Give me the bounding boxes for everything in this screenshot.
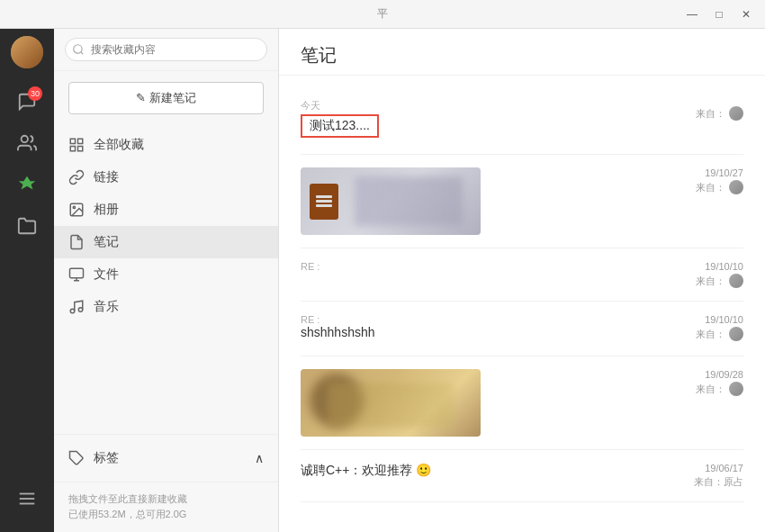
note-item-4[interactable]: RE : shshhhshshh 19/10/10 来自： — [301, 302, 743, 356]
note-date-3: 19/10/10 — [696, 261, 743, 272]
left-panel: ✎ 新建笔记 全部收藏 链接 — [54, 29, 279, 532]
nav-label-all: 全部收藏 — [94, 137, 144, 153]
title-bar-text: 平 — [377, 6, 388, 22]
search-input[interactable] — [65, 38, 267, 61]
chat-badge: 30 — [28, 86, 42, 101]
note-meta-3: 19/10/10 来自： — [696, 261, 743, 288]
svg-point-4 — [74, 45, 82, 53]
source-avatar-3 — [729, 274, 743, 288]
icon-sidebar: 30 — [0, 29, 54, 532]
note-item-2[interactable]: 19/10/27 来自： — [301, 155, 743, 248]
app-body: 30 — [0, 29, 765, 532]
note-source-4: 来自： — [696, 327, 743, 341]
nav-item-links[interactable]: 链接 — [54, 161, 278, 194]
note-content-1: 今天 测试123.... — [301, 88, 681, 141]
tags-header[interactable]: 标签 ∧ — [54, 442, 278, 474]
nav-item-all[interactable]: 全部收藏 — [54, 129, 278, 161]
search-bar — [54, 29, 278, 71]
sidebar-icon-chat[interactable]: 30 — [8, 83, 46, 121]
svg-rect-8 — [78, 147, 83, 151]
note-source-2: 来自： — [696, 180, 743, 194]
svg-line-5 — [81, 52, 84, 55]
search-icon — [72, 43, 85, 56]
note-content-3: RE : — [301, 261, 681, 272]
note-meta-4: 19/10/10 来自： — [696, 314, 743, 341]
nav-label-notes: 笔记 — [94, 234, 119, 250]
zip-lines — [316, 194, 332, 209]
re-label-3: RE : — [301, 261, 681, 272]
note-item-6[interactable]: 诚聘C++：欢迎推荐 🙂 19/06/17 来自：原占 — [301, 450, 743, 502]
footer-line2: 已使用53.2M，总可用2.0G — [68, 507, 264, 523]
source-avatar-5 — [729, 382, 743, 396]
note-title-6: 诚聘C++：欢迎推荐 🙂 — [301, 463, 680, 479]
source-avatar-4 — [729, 327, 743, 341]
footer-line1: 拖拽文件至此直接新建收藏 — [68, 491, 264, 508]
tags-label: 标签 — [94, 450, 246, 466]
note-icon — [68, 234, 85, 250]
main-header: 笔记 — [279, 29, 765, 76]
note-date-5: 19/09/28 — [696, 369, 743, 380]
search-wrap — [65, 38, 267, 61]
note-source-label-4: 来自： — [696, 328, 725, 341]
tags-chevron: ∧ — [255, 451, 264, 465]
note-item-1[interactable]: 今天 测试123.... 来自： — [301, 76, 743, 155]
tag-icon — [68, 450, 85, 466]
note-date-label-1: 今天 — [301, 88, 681, 114]
source-avatar-2 — [729, 180, 743, 194]
svg-rect-7 — [78, 139, 83, 143]
zip-icon — [310, 184, 338, 220]
note-content-2 — [301, 167, 681, 235]
svg-point-11 — [73, 206, 75, 208]
note-source-3: 来自： — [696, 274, 743, 288]
file-icon — [68, 266, 85, 283]
note-preview-2 — [301, 167, 481, 235]
title-bar: 平 — □ ✕ — [0, 0, 765, 29]
note-date-6: 19/06/17 — [694, 463, 743, 473]
note-date-4: 19/10/10 — [696, 314, 743, 325]
note-source-5: 来自： — [696, 382, 743, 396]
svg-rect-9 — [70, 147, 75, 151]
new-note-button[interactable]: ✎ 新建笔记 — [68, 82, 264, 114]
note-content-6: 诚聘C++：欢迎推荐 🙂 — [301, 463, 680, 482]
left-panel-footer: 拖拽文件至此直接新建收藏 已使用53.2M，总可用2.0G — [54, 482, 278, 532]
zip-line — [316, 200, 332, 203]
close-button[interactable]: ✕ — [734, 5, 758, 23]
note-source-label-3: 来自： — [696, 275, 725, 288]
note-source-1: 来自： — [696, 106, 743, 121]
avatar[interactable] — [11, 36, 43, 68]
nav-item-files[interactable]: 文件 — [54, 258, 278, 291]
link-icon — [68, 169, 85, 185]
sidebar-icon-folder[interactable] — [8, 207, 46, 245]
svg-point-15 — [70, 309, 75, 313]
nav-item-album[interactable]: 相册 — [54, 194, 278, 226]
music-icon — [68, 299, 85, 315]
nav-label-links: 链接 — [94, 169, 119, 185]
note-content-4: RE : shshhhshshh — [301, 314, 681, 343]
note-item-5[interactable]: 19/09/28 来自： — [301, 356, 743, 450]
note-title-4: shshhhshshh — [301, 325, 681, 339]
svg-point-0 — [22, 136, 28, 142]
nav-item-notes[interactable]: 笔记 — [54, 226, 278, 258]
sidebar-icon-contacts[interactable] — [8, 124, 46, 162]
note-title-1: 测试123.... — [301, 114, 379, 138]
notes-list: 今天 测试123.... 来自： — [279, 76, 765, 532]
grid-icon — [68, 137, 85, 153]
nav-section: 全部收藏 链接 相册 — [54, 125, 278, 434]
nav-item-music[interactable]: 音乐 — [54, 291, 278, 323]
sidebar-icon-menu[interactable] — [8, 480, 46, 518]
note-item-3[interactable]: RE : 19/10/10 来自： — [301, 248, 743, 302]
tags-section: 标签 ∧ — [54, 434, 278, 482]
minimize-button[interactable]: — — [680, 5, 704, 23]
svg-rect-6 — [70, 139, 75, 143]
sidebar-icon-collect[interactable] — [8, 166, 46, 203]
title-bar-controls: — □ ✕ — [680, 5, 758, 23]
note-meta-5: 19/09/28 来自： — [696, 369, 743, 396]
note-source-label-6: 来自：原占 — [694, 475, 743, 489]
svg-point-16 — [78, 308, 83, 312]
note-source-label-5: 来自： — [696, 383, 725, 396]
maximize-button[interactable]: □ — [707, 5, 731, 23]
note-source-6: 来自：原占 — [694, 475, 743, 489]
zip-line — [316, 195, 332, 198]
nav-label-music: 音乐 — [94, 299, 119, 315]
sidebar-bottom — [8, 480, 46, 521]
